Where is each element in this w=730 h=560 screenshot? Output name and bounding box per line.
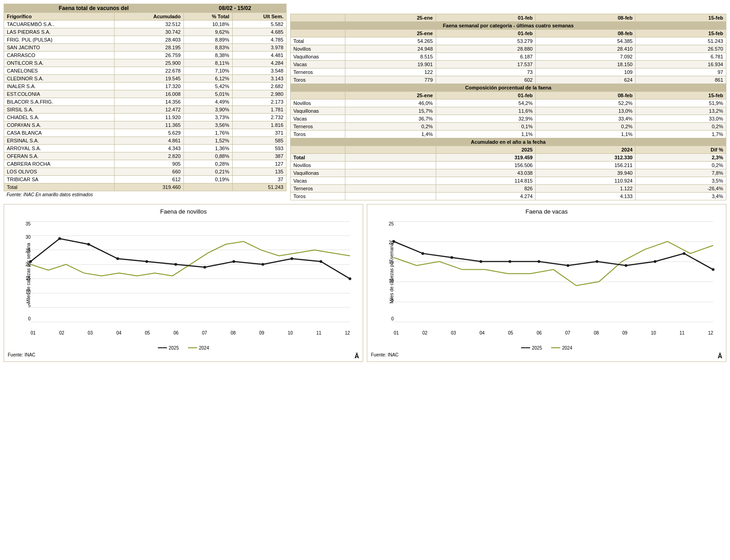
x-axis-label: 02	[422, 330, 428, 335]
right-data-row: Terneros8261.122-26,4%	[291, 184, 726, 192]
right-col-08feb: 08-feb	[536, 14, 636, 21]
col-header-ult-sem: Ult Sem.	[232, 13, 286, 21]
left-cell-9-0: EST.COLONIA	[4, 90, 115, 98]
right-cell-1-4: 0,2%	[636, 161, 726, 169]
right-cell-3-4: 3,5%	[636, 177, 726, 184]
left-cell-9-1: 16.008	[115, 90, 183, 98]
right-cell-3-4: 16.934	[636, 60, 726, 68]
left-table-row: CANELONES22.6787,10%3.548	[4, 67, 287, 75]
left-table-row: CABRERA ROCHA9050,28%127	[4, 160, 287, 168]
left-table-row: TACUAREMBÓ S.A..32.51210,18%5.582	[4, 21, 287, 28]
right-data-row: Total319.459312.3302,3%	[291, 153, 726, 161]
svg-point-21	[654, 260, 657, 263]
right-data-row: Toros4.2744.1333,4%	[291, 192, 726, 200]
right-cell-1-4: 26.570	[636, 45, 726, 52]
right-cell-3-2: 0,1%	[436, 122, 536, 130]
left-cell-11-0: SIRSIL S.A.	[4, 106, 115, 114]
right-cell-2-2: 43.038	[436, 169, 536, 177]
vacas-legend-2024: 2024	[551, 345, 572, 351]
left-cell-6-2: 7,10%	[183, 67, 232, 75]
svg-point-13	[422, 252, 424, 255]
left-cell-19-3: 135	[232, 168, 286, 176]
left-cell-6-0: CANELONES	[4, 67, 115, 75]
right-cell-5-2: 4.274	[436, 192, 536, 200]
right-accum-header-row: 20252024Dif %	[291, 146, 726, 153]
left-cell-17-2: 0,88%	[183, 152, 232, 160]
svg-point-3	[116, 257, 119, 260]
chart-vacas-legend: 2025 2024	[371, 345, 722, 351]
right-weekly-col-headers: 25-ene 01-feb 08-feb 15-feb	[291, 14, 726, 21]
right-cell-4-4: 1,7%	[636, 130, 726, 138]
right-cell-2-1: 8.515	[345, 52, 436, 60]
chart-vacas-title: Faena de vacas	[371, 208, 722, 215]
right-section-header: Faena semanal por categoría - últimas cu…	[291, 21, 726, 29]
right-cell-5-0: Toros	[291, 192, 345, 200]
right-data-row: Toros1,4%1,1%1,1%1,7%	[291, 130, 726, 138]
right-data-row: Vacas19.90117.53718.15016.934	[291, 60, 726, 68]
left-cell-7-1: 19.545	[115, 75, 183, 83]
legend-2024-label: 2024	[199, 345, 209, 351]
left-cell-18-3: 127	[232, 160, 286, 168]
left-cell-10-0: BILACOR S.A.FRIG.	[4, 98, 115, 106]
left-table-row: ONTILCOR S.A.25.9008,11%4.284	[4, 59, 287, 67]
right-cell-2-3: 7.092	[536, 52, 636, 60]
right-cell-3-3: 0,2%	[536, 122, 636, 130]
right-cell-0-2: 54,2%	[436, 99, 536, 107]
left-cell-13-0: COPAYAN S.A.	[4, 121, 115, 129]
x-axis-label: 10	[288, 330, 293, 335]
right-cell-2-4: 7,8%	[636, 169, 726, 177]
chart-novillos-title: Faena de novillos	[8, 208, 359, 215]
left-table-row: INALER S.A.17.3205,42%2.682	[4, 83, 287, 90]
right-cell-2-0: Vacas	[291, 115, 345, 122]
svg-point-20	[625, 264, 627, 267]
right-cell-1-0: Novillos	[291, 161, 345, 169]
right-data-row: Toros779602624861	[291, 76, 726, 84]
right-week-header-4: 15-feb	[636, 29, 726, 37]
left-cell-8-0: INALER S.A.	[4, 83, 115, 90]
svg-point-9	[291, 257, 293, 260]
right-cell-4-0: Toros	[291, 130, 345, 138]
left-cell-3-2: 8,83%	[183, 44, 232, 52]
y-tick: 20	[385, 240, 394, 245]
left-cell-3-0: SAN JACINTO	[4, 44, 115, 52]
right-cell-4-1	[345, 184, 436, 192]
y-tick: 25	[385, 221, 394, 226]
right-week-header-row: 25-ene01-feb08-feb15-feb	[291, 91, 726, 99]
left-cell-14-1: 5.629	[115, 129, 183, 137]
right-cell-5-2: 602	[436, 76, 536, 84]
left-cell-3-3: 3.978	[232, 44, 286, 52]
x-axis-label: 06	[173, 330, 178, 335]
x-axis-label: 02	[59, 330, 64, 335]
y-tick: 25	[21, 248, 31, 253]
right-cell-4-0: Terneros	[291, 184, 345, 192]
vacas-legend-2024-line	[551, 347, 560, 348]
chart-novillos-yticks: 35302520151050	[21, 221, 31, 322]
left-cell-14-2: 1,76%	[183, 129, 232, 137]
left-cell-20-3: 37	[232, 176, 286, 183]
left-table-container: Faena total de vacunos del 08/02 - 15/02…	[4, 4, 287, 200]
right-cell-0-0: Total	[291, 37, 345, 45]
left-cell-8-3: 2.682	[232, 83, 286, 90]
chart-novillos-legend: 2025 2024	[8, 345, 359, 351]
accum-header-1	[345, 146, 436, 153]
col-header-pct-total: % Total	[183, 13, 232, 21]
left-cell-12-2: 3,73%	[183, 114, 232, 121]
left-cell-0-1: 32.512	[115, 21, 183, 28]
x-axis-label: 01	[394, 330, 399, 335]
left-cell-18-2: 0,28%	[183, 160, 232, 168]
left-table-row: BILACOR S.A.FRIG.14.3564,49%2.173	[4, 98, 287, 106]
x-axis-label: 06	[537, 330, 542, 335]
left-table-row: OFERAN S.A.2.8200,88%387	[4, 152, 287, 160]
right-cell-0-1: 54.265	[345, 37, 436, 45]
total-cell-0: Total	[4, 183, 115, 191]
right-cell-5-1	[345, 192, 436, 200]
right-cell-0-2: 53.279	[436, 37, 536, 45]
right-section-header-row: Composición porcentual de la faena	[291, 84, 726, 91]
charts-section: Faena de novillos Miles de cabezas por s…	[4, 204, 726, 362]
y-tick: 30	[21, 235, 31, 240]
right-data-row: Novillos24.94828.88028.41026.570	[291, 45, 726, 52]
left-cell-7-2: 6,12%	[183, 75, 232, 83]
vacas-legend-2025-line	[521, 347, 530, 348]
left-cell-2-3: 4.785	[232, 36, 286, 44]
grid-line	[394, 322, 713, 322]
